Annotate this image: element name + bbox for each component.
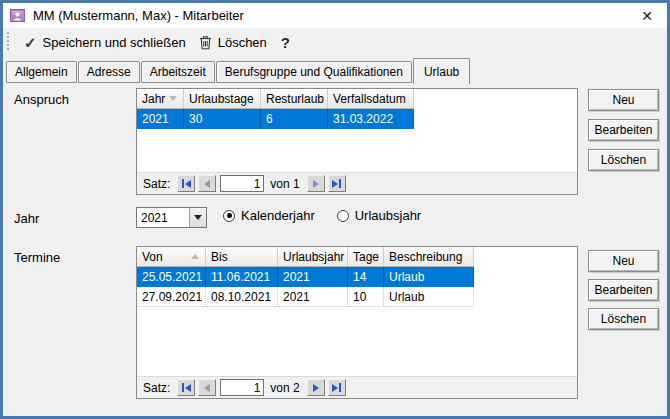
anspruch-table-header: Jahr Urlaubstage Resturlaub Verfallsdatu…: [137, 89, 414, 109]
nav-first-button[interactable]: [177, 379, 195, 396]
nav-next-button[interactable]: [307, 175, 325, 192]
jahr-label: Jahr: [14, 211, 39, 226]
table-row[interactable]: 2021 30 6 31.03.2022: [137, 109, 414, 129]
jahr-radio-group: Kalenderjahr Urlaubsjahr: [223, 208, 421, 223]
column-header-von[interactable]: Von: [137, 247, 206, 267]
chevron-down-icon: [194, 215, 202, 220]
jahr-select-value: 2021: [137, 211, 189, 225]
termine-record-navigator: Satz: von 2: [137, 376, 577, 398]
table-cell: 27.09.2021: [137, 287, 206, 307]
nav-last-button[interactable]: [328, 175, 346, 192]
table-cell: 11.06.2021: [206, 267, 278, 287]
nav-total-label: von 1: [270, 177, 299, 191]
urlaubsjahr-radio-label: Urlaubsjahr: [355, 208, 421, 223]
radio-unchecked-icon: [337, 210, 349, 222]
table-cell: 10: [348, 287, 384, 307]
anspruch-neu-button[interactable]: Neu: [588, 89, 659, 111]
satz-label: Satz:: [143, 177, 170, 191]
nav-prev-button[interactable]: [198, 379, 216, 396]
nav-first-button[interactable]: [177, 175, 195, 192]
tab-urlaub[interactable]: Urlaub: [413, 58, 470, 84]
save-and-close-label: Speichern und schließen: [43, 35, 186, 50]
sort-asc-icon: [191, 254, 199, 259]
delete-button[interactable]: Löschen: [196, 33, 270, 52]
trash-icon: [199, 35, 212, 50]
tab-adresse[interactable]: Adresse: [78, 61, 140, 83]
delete-label: Löschen: [218, 35, 267, 50]
termine-label: Termine: [14, 250, 60, 265]
nav-last-button[interactable]: [328, 379, 346, 396]
tab-strip: Allgemein Adresse Arbeitszeit Berufsgrup…: [6, 56, 667, 83]
termine-neu-button[interactable]: Neu: [588, 250, 659, 272]
table-row[interactable]: 25.05.2021 11.06.2021 2021 14 Urlaub: [137, 267, 474, 287]
anspruch-bearbeiten-button[interactable]: Bearbeiten: [588, 119, 659, 141]
termine-table-header: Von Bis Urlaubsjahr Tage Beschreibung: [137, 247, 474, 267]
nav-next-icon: [313, 180, 319, 188]
tab-arbeitszeit[interactable]: Arbeitszeit: [141, 61, 215, 83]
mitarbeiter-window: MM (Mustermann, Max) - Mitarbeiter ✕ ✓ S…: [0, 0, 670, 419]
tab-berufsgruppe[interactable]: Berufsgruppe und Qualifikationen: [216, 61, 412, 83]
nav-last-icon: [332, 384, 338, 392]
toolbar: ✓ Speichern und schließen Löschen ?: [3, 28, 667, 56]
nav-prev-icon: [204, 384, 210, 392]
check-icon: ✓: [24, 35, 37, 50]
column-header-urlaubstage[interactable]: Urlaubstage: [184, 89, 261, 109]
termine-loeschen-button[interactable]: Löschen: [588, 308, 659, 330]
save-and-close-button[interactable]: ✓ Speichern und schließen: [21, 33, 189, 52]
table-cell: 31.03.2022: [328, 109, 414, 129]
sort-desc-icon: [169, 96, 177, 101]
nav-page-input[interactable]: [220, 379, 264, 396]
help-button[interactable]: ?: [277, 34, 294, 51]
window-title: MM (Mustermann, Max) - Mitarbeiter: [33, 8, 244, 23]
table-cell: 08.10.2021: [206, 287, 278, 307]
close-icon[interactable]: ✕: [631, 3, 663, 28]
nav-first-icon: [185, 384, 191, 392]
anspruch-loeschen-button[interactable]: Löschen: [588, 149, 659, 171]
column-header-verfallsdatum[interactable]: Verfallsdatum: [328, 89, 414, 109]
urlaubsjahr-radio[interactable]: Urlaubsjahr: [337, 208, 421, 223]
anspruch-table: Jahr Urlaubstage Resturlaub Verfallsdatu…: [136, 88, 578, 195]
table-cell: 2021: [278, 287, 348, 307]
nav-next-icon: [313, 384, 319, 392]
table-cell: 25.05.2021: [137, 267, 206, 287]
nav-first-icon: [185, 180, 191, 188]
table-cell: Urlaub: [384, 287, 474, 307]
nav-last-icon: [332, 180, 338, 188]
column-header-jahr[interactable]: Jahr: [137, 89, 184, 109]
nav-total-label: von 2: [270, 381, 299, 395]
table-cell: 6: [261, 109, 328, 129]
table-cell: 30: [184, 109, 261, 129]
column-header-urlaubsjahr[interactable]: Urlaubsjahr: [278, 247, 348, 267]
satz-label: Satz:: [143, 381, 170, 395]
anspruch-record-navigator: Satz: von 1: [137, 172, 577, 194]
nav-page-input[interactable]: [220, 175, 264, 192]
table-row[interactable]: 27.09.2021 08.10.2021 2021 10 Urlaub: [137, 287, 474, 307]
termine-bearbeiten-button[interactable]: Bearbeiten: [588, 279, 659, 301]
jahr-select[interactable]: 2021: [136, 207, 207, 228]
termine-table: Von Bis Urlaubsjahr Tage Beschreibung 25…: [136, 246, 578, 399]
table-cell: 2021: [278, 267, 348, 287]
toolbar-grip-handle[interactable]: [6, 32, 10, 52]
tab-allgemein[interactable]: Allgemein: [6, 61, 77, 83]
kalenderjahr-radio[interactable]: Kalenderjahr: [223, 208, 315, 223]
column-header-bis[interactable]: Bis: [206, 247, 278, 267]
table-cell: 14: [348, 267, 384, 287]
column-header-beschreibung[interactable]: Beschreibung: [384, 247, 474, 267]
table-cell: 2021: [137, 109, 184, 129]
nav-prev-icon: [204, 180, 210, 188]
table-cell: Urlaub: [384, 267, 474, 287]
anspruch-label: Anspruch: [14, 92, 69, 107]
column-header-tage[interactable]: Tage: [348, 247, 384, 267]
kalenderjahr-radio-label: Kalenderjahr: [241, 208, 315, 223]
nav-prev-button[interactable]: [198, 175, 216, 192]
nav-next-button[interactable]: [307, 379, 325, 396]
person-icon: [10, 9, 25, 22]
title-bar: MM (Mustermann, Max) - Mitarbeiter ✕: [3, 3, 667, 28]
combo-dropdown-button[interactable]: [189, 208, 206, 227]
column-header-resturlaub[interactable]: Resturlaub: [261, 89, 328, 109]
radio-checked-icon: [223, 210, 235, 222]
